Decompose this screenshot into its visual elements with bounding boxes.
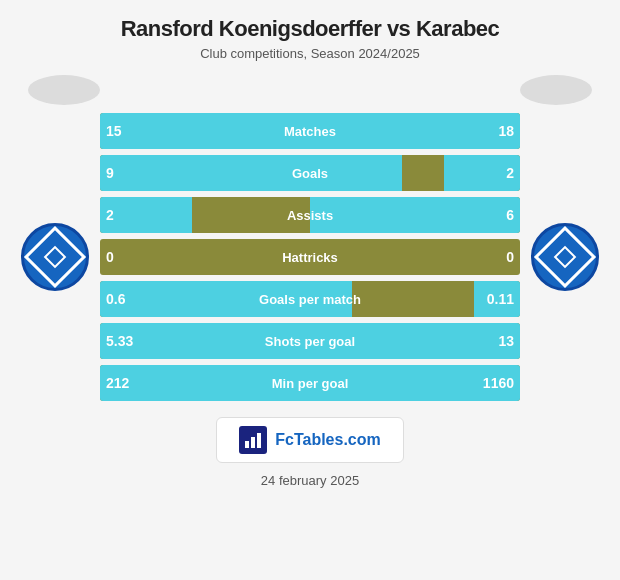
svg-rect-1 — [251, 437, 255, 448]
bar-left-val-1: 9 — [106, 165, 114, 181]
bar-left-val-3: 0 — [106, 249, 114, 265]
bar-label-2: Assists — [287, 208, 333, 223]
stats-section: 15Matches189Goals22Assists60Hattricks00.… — [10, 113, 610, 401]
page-title: Ransford Koenigsdoerffer vs Karabec — [121, 16, 500, 42]
logo-left — [10, 223, 100, 291]
stat-row-goals: 9Goals2 — [100, 155, 520, 191]
fctables-text-main: Tables.com — [294, 431, 381, 448]
bar-left-val-0: 15 — [106, 123, 122, 139]
fctables-icon — [239, 426, 267, 454]
bar-fill-left-1 — [100, 155, 402, 191]
stat-row-assists: 2Assists6 — [100, 197, 520, 233]
fctables-text-prefix: Fc — [275, 431, 294, 448]
bar-right-val-3: 0 — [506, 249, 514, 265]
date-text: 24 february 2025 — [261, 473, 359, 488]
bar-right-val-5: 13 — [498, 333, 514, 349]
top-ellipses — [10, 75, 610, 105]
bar-label-6: Min per goal — [272, 376, 349, 391]
bar-right-val-2: 6 — [506, 207, 514, 223]
bar-left-val-5: 5.33 — [106, 333, 133, 349]
logo-right-diamond-inner — [554, 246, 577, 269]
bar-label-4: Goals per match — [259, 292, 361, 307]
bar-fill-left-0 — [100, 113, 310, 149]
bar-left-val-2: 2 — [106, 207, 114, 223]
bar-label-1: Goals — [292, 166, 328, 181]
stat-row-shots-per-goal: 5.33Shots per goal13 — [100, 323, 520, 359]
bar-right-val-1: 2 — [506, 165, 514, 181]
stat-row-min-per-goal: 212Min per goal1160 — [100, 365, 520, 401]
ellipse-left-decoration — [28, 75, 100, 105]
bar-left-val-4: 0.6 — [106, 291, 125, 307]
fctables-text: FcTables.com — [275, 431, 381, 449]
bar-label-0: Matches — [284, 124, 336, 139]
chart-icon — [244, 431, 262, 449]
stat-row-goals-per-match: 0.6Goals per match0.11 — [100, 281, 520, 317]
logo-right — [520, 223, 610, 291]
bar-left-val-6: 212 — [106, 375, 129, 391]
stat-row-hattricks: 0Hattricks0 — [100, 239, 520, 275]
svg-rect-2 — [257, 433, 261, 448]
bar-right-val-0: 18 — [498, 123, 514, 139]
bars-column: 15Matches189Goals22Assists60Hattricks00.… — [100, 113, 520, 401]
logo-left-circle — [21, 223, 89, 291]
logo-left-diamond-inner — [44, 246, 67, 269]
svg-rect-0 — [245, 441, 249, 448]
fctables-badge: FcTables.com — [216, 417, 404, 463]
page-subtitle: Club competitions, Season 2024/2025 — [200, 46, 420, 61]
bar-fill-right-0 — [310, 113, 520, 149]
bar-fill-right-2 — [310, 197, 520, 233]
stat-row-matches: 15Matches18 — [100, 113, 520, 149]
ellipse-right-decoration — [520, 75, 592, 105]
bar-right-val-4: 0.11 — [487, 291, 514, 307]
bar-label-5: Shots per goal — [265, 334, 355, 349]
logo-right-diamond-outer — [534, 226, 596, 288]
bar-label-3: Hattricks — [282, 250, 338, 265]
logo-right-circle — [531, 223, 599, 291]
logo-left-diamond-outer — [24, 226, 86, 288]
page-container: Ransford Koenigsdoerffer vs Karabec Club… — [0, 0, 620, 580]
bar-right-val-6: 1160 — [483, 375, 514, 391]
